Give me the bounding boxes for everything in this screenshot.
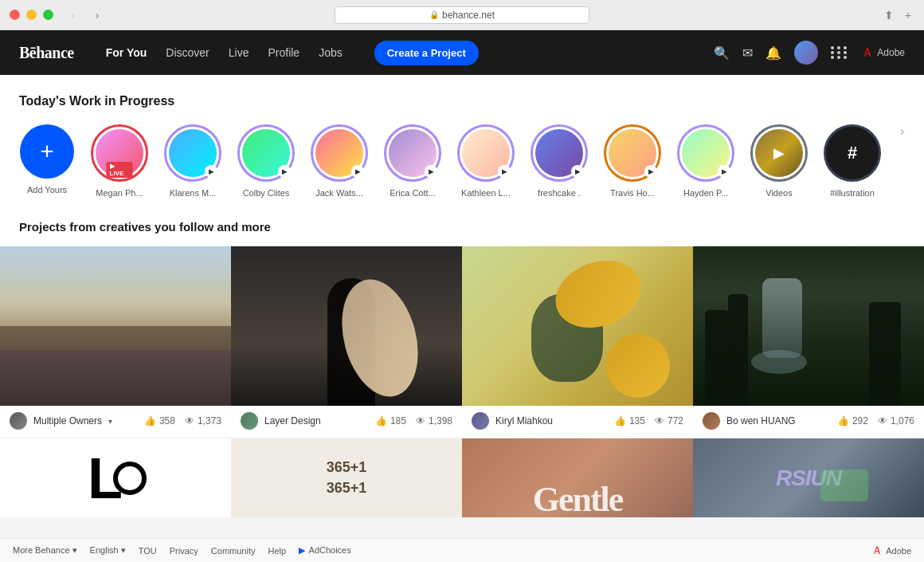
author-avatar-4: [703, 412, 720, 430]
story-jack[interactable]: ▶ Jack Wats...: [311, 124, 368, 198]
share-icon[interactable]: ⬆: [883, 9, 895, 22]
play-badge: ▶: [205, 165, 217, 178]
lock-icon: 🔒: [429, 10, 439, 19]
footer-left: More Behance ▾ English ▾ TOU Privacy Com…: [13, 545, 351, 556]
address-text: behance.net: [442, 10, 495, 21]
tou-link[interactable]: TOU: [139, 546, 157, 556]
megan-circle: ▶ LIVE: [91, 124, 148, 182]
help-link[interactable]: Help: [268, 546, 286, 556]
klarens-label: Klarens M...: [170, 188, 217, 198]
project-card-1[interactable]: Multiple Owners ▾ 👍 358 👁 1,373: [0, 246, 231, 436]
author-name-2: Layer Design: [264, 415, 321, 426]
project-card-7[interactable]: Gentle: [462, 438, 693, 517]
project-info-1: Multiple Owners ▾ 👍 358 👁 1,373: [0, 406, 231, 436]
likes-3: 👍 135: [614, 415, 645, 426]
views-4: 👁 1,076: [878, 415, 914, 426]
create-project-button[interactable]: Create a Project: [374, 41, 479, 65]
projects-grid-row2: L 365+1 365+1 Gentle: [0, 438, 924, 517]
project-card-4[interactable]: Bo wen HUANG 👍 292 👁 1,076: [693, 246, 924, 436]
colby-circle: ▶: [237, 124, 295, 182]
projects-grid-row1: Multiple Owners ▾ 👍 358 👁 1,373: [0, 246, 924, 436]
likes-2: 👍 185: [375, 415, 406, 426]
close-button[interactable]: [10, 10, 20, 20]
project-card-5[interactable]: L: [0, 438, 231, 517]
numbers-text: 365+1 365+1: [327, 458, 367, 497]
views-1: 👁 1,373: [185, 415, 221, 426]
author-caret-1: ▾: [108, 417, 112, 426]
minimize-button[interactable]: [26, 10, 37, 20]
project-stats-2: 👍 185 👁 1,398: [375, 415, 452, 426]
user-avatar[interactable]: [794, 41, 818, 65]
project-info-4: Bo wen HUANG 👍 292 👁 1,076: [693, 406, 924, 436]
footer-right: Ａ Adobe: [871, 544, 911, 558]
logo-text: Bēhance: [19, 44, 74, 62]
stories-container: + Add Yours ▶ LIVE Megan Ph... ▶ Klarens…: [19, 124, 905, 198]
story-videos[interactable]: ▶ Videos: [750, 124, 808, 198]
more-behance[interactable]: More Behance ▾: [13, 545, 77, 556]
story-illustration[interactable]: # #illustration: [824, 124, 881, 198]
likes-1: 👍 358: [144, 415, 175, 426]
nav-live[interactable]: Live: [229, 46, 249, 59]
video-play-icon: ▶: [773, 144, 785, 162]
community-link[interactable]: Community: [211, 546, 256, 556]
apps-grid-icon[interactable]: [831, 46, 848, 59]
story-klarens[interactable]: ▶ Klarens M...: [164, 124, 221, 198]
notifications-icon[interactable]: 🔔: [765, 45, 781, 61]
messages-icon[interactable]: ✉: [742, 45, 753, 61]
header-right: 🔍 ✉ 🔔 Ａ Adobe: [714, 41, 905, 65]
project-stats-4: 👍 292 👁 1,076: [837, 415, 914, 426]
story-add-yours[interactable]: + Add Yours: [19, 124, 75, 195]
nav-discover[interactable]: Discover: [166, 46, 209, 59]
nav-profile[interactable]: Profile: [268, 46, 300, 59]
play-badge-freshcake: ▶: [571, 165, 584, 178]
author-name-1: Multiple Owners: [33, 415, 102, 426]
project-thumb-2: [231, 246, 462, 406]
privacy-link[interactable]: Privacy: [170, 546, 198, 556]
project-thumb-6: 365+1 365+1: [231, 438, 462, 517]
project-thumb-3: [462, 246, 693, 406]
author-avatar-3: [472, 412, 489, 430]
story-megan[interactable]: ▶ LIVE Megan Ph...: [91, 124, 148, 198]
behance-logo[interactable]: Bēhance: [19, 44, 74, 62]
back-button[interactable]: ‹: [63, 8, 84, 22]
likes-4: 👍 292: [837, 415, 868, 426]
videos-circle: ▶: [750, 124, 808, 182]
browser-nav-buttons: ‹ ›: [63, 8, 108, 22]
project-author-1: Multiple Owners ▾: [10, 412, 112, 430]
stories-section-title: Today's Work in Progress: [19, 94, 905, 108]
author-name-3: Kiryl Miahkou: [495, 415, 553, 426]
story-hayden[interactable]: ▶ Hayden P...: [677, 124, 734, 198]
erica-label: Erica Cott...: [390, 188, 435, 198]
hayden-label: Hayden P...: [683, 188, 728, 198]
behance-header: Bēhance For You Discover Live Profile Jo…: [0, 30, 924, 75]
new-tab-icon[interactable]: +: [902, 9, 914, 22]
plus-icon: +: [40, 140, 54, 163]
address-bar[interactable]: 🔒 behance.net: [335, 6, 589, 24]
play-badge-colby: ▶: [278, 165, 291, 178]
megan-label: Megan Ph...: [96, 188, 143, 198]
forward-button[interactable]: ›: [87, 8, 108, 22]
project-thumb-7: Gentle: [462, 438, 693, 517]
story-travis[interactable]: ▶ Travis Ho...: [604, 124, 661, 198]
story-erica[interactable]: ▶ Erica Cott...: [384, 124, 441, 198]
nav-jobs[interactable]: Jobs: [319, 46, 343, 59]
story-freshcake[interactable]: ▶ freshcake .: [531, 124, 588, 198]
language-selector[interactable]: English ▾: [90, 545, 126, 556]
scroll-right-indicator[interactable]: ›: [900, 124, 904, 139]
search-icon[interactable]: 🔍: [714, 45, 730, 61]
freshcake-circle: ▶: [531, 124, 588, 182]
project-card-8[interactable]: RSIUN: [693, 438, 924, 517]
play-badge-jack: ▶: [351, 165, 364, 178]
adchoices-link[interactable]: ▶ AdChoices: [299, 545, 351, 556]
maximize-button[interactable]: [43, 10, 53, 20]
gentle-text: Gentle: [533, 482, 623, 517]
kathleen-label: Kathleen L...: [461, 188, 511, 198]
story-kathleen[interactable]: ▶ Kathleen L...: [457, 124, 515, 198]
story-colby[interactable]: ▶ Colby Clites: [237, 124, 295, 198]
project-card-2[interactable]: Layer Design 👍 185 👁 1,398: [231, 246, 462, 436]
project-card-3[interactable]: Kiryl Miahkou 👍 135 👁 772: [462, 246, 693, 436]
nav-for-you[interactable]: For You: [106, 46, 147, 59]
project-thumb-4: [693, 246, 924, 406]
project-info-2: Layer Design 👍 185 👁 1,398: [231, 406, 462, 436]
project-card-6[interactable]: 365+1 365+1: [231, 438, 462, 517]
